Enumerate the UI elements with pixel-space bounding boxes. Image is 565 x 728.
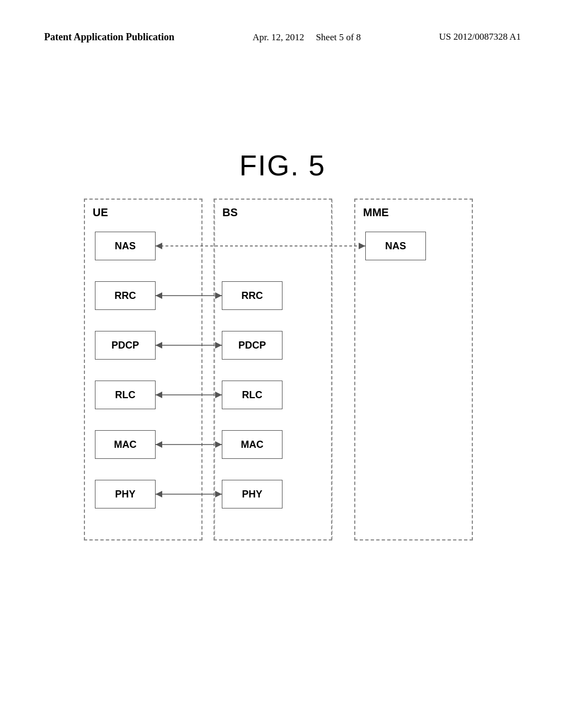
- mac-arrow-right: [215, 441, 222, 448]
- nas-arrow-to-mme: [359, 243, 365, 249]
- rlc-arrow-right: [215, 392, 222, 398]
- pdcp-arrow-right: [215, 342, 222, 349]
- phy-arrow-left: [156, 491, 162, 497]
- patent-number: US 2012/0087328 A1: [439, 31, 521, 42]
- fig-label: FIG. 5: [239, 149, 326, 181]
- nas-arrow-to-ue: [156, 243, 162, 249]
- page-header: Patent Application Publication Apr. 12, …: [0, 30, 565, 45]
- header-right: US 2012/0087328 A1: [439, 30, 521, 44]
- rrc-arrow-right: [215, 292, 222, 299]
- header-sheet: Sheet 5 of 8: [316, 32, 361, 42]
- rrc-arrow-left: [156, 292, 162, 299]
- header-date: Apr. 12, 2012: [253, 32, 305, 42]
- publication-label: Patent Application Publication: [44, 31, 174, 42]
- phy-arrow-right: [215, 491, 222, 497]
- diagram-area: UE BS MME NAS RRC PDCP RLC MAC PHY RRC P…: [84, 199, 481, 540]
- mac-arrow-left: [156, 441, 162, 448]
- header-left: Patent Application Publication: [44, 30, 174, 44]
- figure-title: FIG. 5: [0, 149, 565, 182]
- rlc-arrow-left: [156, 392, 162, 398]
- pdcp-arrow-left: [156, 342, 162, 349]
- header-center: Apr. 12, 2012 Sheet 5 of 8: [253, 30, 361, 45]
- diagram-svg: [84, 199, 481, 540]
